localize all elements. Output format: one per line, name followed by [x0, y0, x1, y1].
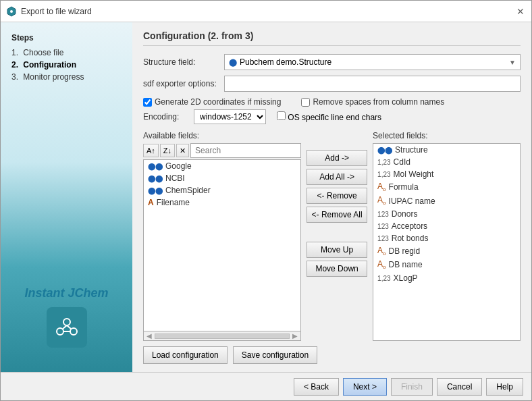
checkbox-2d-text: Generate 2D coordinates if missing [155, 97, 281, 107]
checkbox-os-label[interactable]: OS specific line end chars [277, 111, 381, 122]
encoding-label: Encoding: [143, 112, 194, 122]
svg-point-4 [70, 328, 77, 335]
move-up-button[interactable]: Move Up [307, 242, 367, 258]
logo-icon [52, 313, 82, 342]
cancel-button[interactable]: Cancel [437, 378, 482, 396]
svg-line-6 [67, 325, 71, 329]
checkbox-2d[interactable] [143, 98, 152, 107]
config-buttons: Load configuration Save configuration [143, 346, 521, 364]
selected-fields-label: Selected fields: [373, 131, 521, 140]
sdf-options-row: sdf exporter options: [143, 76, 521, 92]
add-all-button[interactable]: Add All -> [307, 169, 367, 185]
svg-line-5 [63, 325, 67, 329]
main-layout: Steps 1. Choose file 2. Configuration 3.… [1, 22, 531, 372]
clear-button[interactable]: ✕ [176, 144, 189, 157]
structure-field-dropdown[interactable]: ⬤ Pubchem demo.Structure ▼ [224, 54, 521, 70]
next-button[interactable]: Next > [343, 378, 387, 396]
steps-list: 1. Choose file 2. Configuration 3. Monit… [11, 48, 122, 84]
checkbox-spaces-label[interactable]: Remove spaces from column names [301, 97, 444, 107]
structure-field-label: Structure field: [143, 57, 224, 67]
steps-title: Steps [11, 33, 122, 43]
window: Export to file wizard ✕ Steps 1. Choose … [0, 0, 532, 401]
finish-button[interactable]: Finish [391, 378, 433, 396]
back-button[interactable]: < Back [294, 378, 339, 396]
app-icon [6, 6, 17, 17]
selected-list-item[interactable]: AoFormula [373, 180, 520, 194]
step-3-label: Monitor progress [23, 72, 84, 82]
structure-dropdown-arrow: ▼ [509, 59, 516, 66]
step-2-num: 2. [11, 60, 18, 70]
step-3: 3. Monitor progress [11, 72, 122, 82]
checkbox-2d-label[interactable]: Generate 2D coordinates if missing [143, 97, 281, 107]
step-1-num: 1. [11, 48, 18, 57]
step-3-num: 3. [11, 72, 18, 82]
available-list-item[interactable]: ⬤⬤NCBI [144, 172, 300, 184]
selected-list-item[interactable]: AoDB regid [373, 244, 520, 258]
fields-section: Available fields: A↑ Z↓ ✕ ⬤⬤Google⬤⬤NCBI… [143, 131, 521, 341]
encoding-row: Encoding: windows-1252 OS specific line … [143, 109, 521, 124]
selected-fields-list[interactable]: ⬤⬤Structure1,23CdId1,23Mol WeightAoFormu… [373, 143, 521, 341]
available-fields-list[interactable]: ⬤⬤Google⬤⬤NCBI⬤⬤ChemSpiderAFilename [143, 159, 301, 331]
sort-za-button[interactable]: Z↓ [160, 144, 175, 157]
remove-button[interactable]: <- Remove [307, 188, 367, 204]
available-list-item[interactable]: AFilename [144, 196, 300, 209]
sort-az-button[interactable]: A↑ [143, 144, 159, 157]
checkbox-os-text: OS specific line end chars [288, 113, 381, 122]
available-fields-toolbar: A↑ Z↓ ✕ [143, 143, 301, 158]
save-config-button[interactable]: Save configuration [233, 346, 317, 364]
brand-text: Instant JChem [11, 286, 122, 300]
selected-list-item[interactable]: AoIUPAC name [373, 194, 520, 207]
sidebar-brand: Instant JChem [11, 286, 122, 361]
svg-point-2 [63, 319, 70, 325]
checkbox-row-1: Generate 2D coordinates if missing Remov… [143, 97, 521, 107]
content: Configuration (2. from 3) Structure fiel… [132, 22, 531, 372]
selected-list-item[interactable]: 1,23XLogP [373, 272, 520, 284]
structure-dropdown-icon: ⬤ [229, 58, 237, 67]
checkbox-spaces[interactable] [301, 98, 310, 107]
sidebar: Steps 1. Choose file 2. Configuration 3.… [1, 22, 132, 372]
step-2-label: Configuration [23, 60, 76, 70]
title-bar-left: Export to file wizard [6, 6, 92, 17]
selected-list-item[interactable]: ⬤⬤Structure [373, 144, 520, 156]
logo [47, 307, 87, 348]
svg-point-3 [57, 328, 63, 335]
remove-all-button[interactable]: <- Remove All [307, 207, 367, 223]
search-input[interactable] [190, 143, 301, 158]
available-fields-label: Available fields: [143, 131, 301, 140]
available-hscroll[interactable]: ◀ ▶ [143, 331, 301, 341]
encoding-select[interactable]: windows-1252 [194, 109, 266, 124]
close-button[interactable]: ✕ [515, 6, 526, 17]
selected-list-item[interactable]: 1,23CdId [373, 156, 520, 168]
title-bar: Export to file wizard ✕ [1, 1, 531, 22]
structure-dropdown-value: Pubchem demo.Structure [240, 57, 509, 67]
checkbox-os[interactable] [277, 111, 286, 120]
load-config-button[interactable]: Load configuration [143, 346, 228, 364]
selected-list-item[interactable]: 123Donors [373, 208, 520, 220]
available-list-item[interactable]: ⬤⬤ChemSpider [144, 184, 300, 196]
action-buttons: Add -> Add All -> <- Remove <- Remove Al… [307, 131, 367, 341]
selected-list-item[interactable]: 123Acceptors [373, 220, 520, 232]
content-title: Configuration (2. from 3) [143, 30, 521, 46]
step-1: 1. Choose file [11, 48, 122, 57]
selected-list-item[interactable]: 123Rot bonds [373, 232, 520, 244]
selected-list-item[interactable]: 1,23Mol Weight [373, 168, 520, 180]
add-button[interactable]: Add -> [307, 150, 367, 166]
move-down-button[interactable]: Move Down [307, 261, 367, 277]
sdf-options-label: sdf exporter options: [143, 79, 224, 88]
structure-field-row: Structure field: ⬤ Pubchem demo.Structur… [143, 54, 521, 70]
selected-fields-panel: Selected fields: ⬤⬤Structure1,23CdId1,23… [373, 131, 521, 341]
svg-point-1 [10, 10, 13, 13]
window-title: Export to file wizard [21, 7, 92, 16]
checkbox-spaces-text: Remove spaces from column names [313, 97, 444, 107]
step-2: 2. Configuration [11, 60, 122, 70]
sdf-options-input[interactable] [224, 76, 521, 92]
available-fields-panel: Available fields: A↑ Z↓ ✕ ⬤⬤Google⬤⬤NCBI… [143, 131, 301, 341]
help-button[interactable]: Help [486, 378, 523, 396]
selected-list-item[interactable]: AoDB name [373, 258, 520, 271]
footer: < Back Next > Finish Cancel Help [1, 372, 531, 400]
available-list-wrapper: ⬤⬤Google⬤⬤NCBI⬤⬤ChemSpiderAFilename ◀ ▶ [143, 159, 301, 341]
available-list-item[interactable]: ⬤⬤Google [144, 160, 300, 172]
step-1-label: Choose file [23, 48, 63, 57]
